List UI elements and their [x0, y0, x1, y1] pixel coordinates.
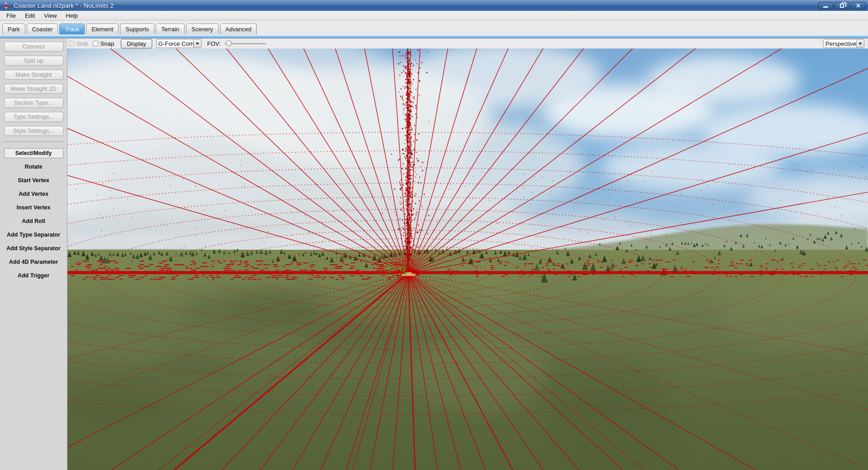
fov-slider-thumb[interactable]	[226, 40, 232, 46]
snap-label: Snap	[101, 40, 114, 47]
menu-file[interactable]: File	[2, 11, 20, 20]
chevron-down-icon[interactable]	[193, 39, 201, 48]
display-mode-value: G-Force Comb	[157, 40, 193, 47]
grid-checkbox[interactable]	[69, 41, 74, 46]
make-straight-button[interactable]: Make Straight	[4, 70, 63, 80]
mode-add-roll[interactable]: Add Roll	[4, 216, 63, 226]
tab-scenery[interactable]: Scenery	[186, 24, 219, 34]
fov-label: FOV:	[207, 40, 221, 47]
close-button[interactable]: ✕	[851, 2, 866, 10]
mode-add-style-separator[interactable]: Add Style Separator	[4, 243, 63, 253]
mode-add-trigger[interactable]: Add Trigger	[4, 271, 63, 281]
split-up-button[interactable]: Split up	[4, 56, 63, 66]
view-mode-select[interactable]: Perspective	[823, 39, 864, 48]
menu-edit[interactable]: Edit	[20, 11, 39, 20]
close-icon: ✕	[856, 3, 861, 9]
application-window: Coaster Land.nl2park * - NoLimits 2 ✕ Fi…	[0, 0, 868, 470]
chevron-down-icon[interactable]	[856, 39, 864, 48]
display-mode-select[interactable]: G-Force Comb	[156, 39, 201, 48]
menu-bar: File Edit View Help	[0, 11, 868, 20]
app-icon	[2, 2, 10, 10]
window-controls: ✕	[818, 2, 866, 10]
minimize-icon	[823, 6, 828, 8]
fov-slider[interactable]	[225, 40, 266, 47]
display-button[interactable]: Display	[121, 39, 152, 48]
snap-checkbox[interactable]	[93, 41, 98, 46]
tab-advanced[interactable]: Advanced	[220, 24, 257, 34]
tab-bar: Park Coaster Track Element Supports Terr…	[0, 20, 868, 34]
mode-insert-vertex[interactable]: Insert Vertex	[4, 203, 63, 213]
mode-add-vertex[interactable]: Add Vertex	[4, 189, 63, 199]
view-mode-value: Perspective	[824, 40, 856, 47]
tab-park[interactable]: Park	[2, 24, 25, 34]
viewport-3d[interactable]	[67, 48, 868, 470]
tab-terrain[interactable]: Terrain	[156, 24, 185, 34]
viewport-toolbar: Grid Snap Display G-Force Comb FOV: Pers…	[67, 39, 868, 48]
tab-coaster[interactable]: Coaster	[27, 24, 58, 34]
type-settings-button[interactable]: Type Settings...	[4, 112, 63, 122]
restore-button[interactable]	[834, 2, 849, 10]
tab-element[interactable]: Element	[86, 24, 119, 34]
minimize-button[interactable]	[818, 2, 833, 10]
connect-button[interactable]: Connect	[4, 42, 63, 52]
style-settings-button[interactable]: Style Settings...	[4, 126, 63, 136]
grid-label: Grid	[77, 40, 88, 47]
menu-help[interactable]: Help	[61, 11, 82, 20]
menu-view[interactable]: View	[39, 11, 61, 20]
sidebar-divider	[3, 141, 64, 142]
sidebar-track-tools: Connect Split up Make Straight Make Stra…	[0, 39, 67, 470]
tab-supports[interactable]: Supports	[120, 24, 154, 34]
title-bar: Coaster Land.nl2park * - NoLimits 2 ✕	[0, 0, 868, 11]
mode-start-vertex[interactable]: Start Vertex	[4, 175, 63, 185]
section-type-button[interactable]: Section Type...	[4, 98, 63, 108]
tab-accent-band	[0, 34, 868, 39]
mode-add-4d-parameter[interactable]: Add 4D Parameter	[4, 257, 63, 267]
tab-track[interactable]: Track	[59, 24, 85, 34]
window-title: Coaster Land.nl2park * - NoLimits 2	[14, 2, 114, 9]
make-straight-2d-button[interactable]: Make Straight 2D	[4, 84, 63, 94]
mode-rotate[interactable]: Rotate	[4, 162, 63, 172]
mode-add-type-separator[interactable]: Add Type Separator	[4, 230, 63, 240]
restore-icon	[840, 4, 844, 8]
mode-select-modify[interactable]: Select/Modify	[4, 148, 63, 158]
